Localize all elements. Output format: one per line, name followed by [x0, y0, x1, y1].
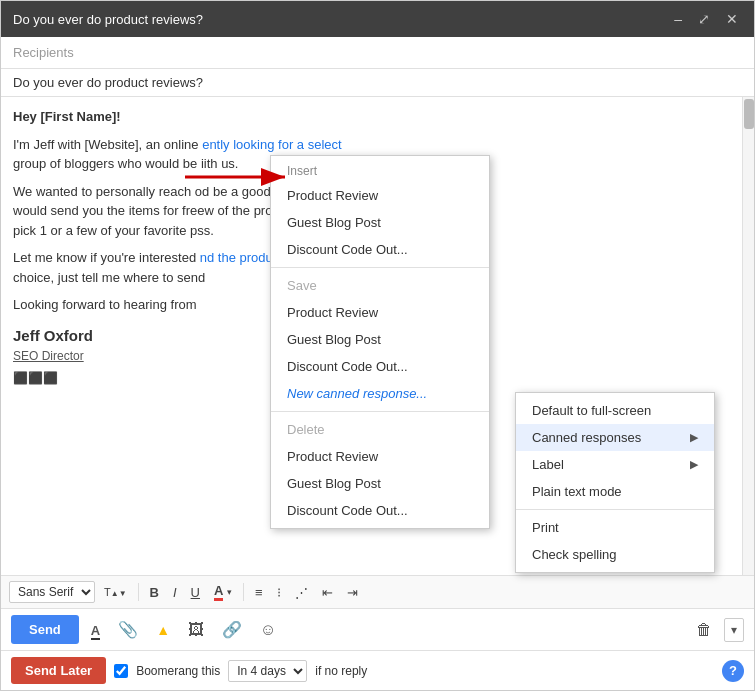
window-title: Do you ever do product reviews?: [13, 12, 203, 27]
greeting-text: Hey [First Name]!: [13, 109, 121, 124]
p2e-text: pick 1 or a few of your favorite p: [13, 223, 197, 238]
canned-responses-label: Canned responses: [532, 430, 641, 445]
toolbar-divider-1: [138, 583, 139, 601]
link-icon: 🔗: [222, 621, 242, 638]
more-options-icon: ▾: [731, 623, 737, 637]
emoji-button[interactable]: ☺: [254, 617, 282, 643]
print-item[interactable]: Print: [516, 514, 714, 541]
boomerang-checkbox[interactable]: [114, 664, 128, 678]
delete-discount-code[interactable]: Discount Code Out...: [271, 497, 489, 524]
check-spelling-label: Check spelling: [532, 547, 617, 562]
font-family-select[interactable]: Sans Serif: [9, 581, 95, 603]
emoji-icon: ☺: [260, 621, 276, 638]
boomerang-label: Boomerang this: [136, 664, 220, 678]
p3-text: Let me know if you're interested: [13, 250, 200, 265]
formatting-toolbar: Sans Serif T▲▼ B I U A ▾ ≡ ⁝ ⋰ ⇤ ⇥: [1, 575, 754, 608]
photo-button[interactable]: 🖼: [182, 617, 210, 643]
bullets-button[interactable]: ⁝: [272, 582, 286, 603]
help-button[interactable]: ?: [722, 660, 744, 682]
p3c-text: choice, just tell me where to send: [13, 270, 205, 285]
bold-button[interactable]: B: [145, 582, 164, 603]
p4-text: Looking forward to hearing from: [13, 297, 197, 312]
send-later-bar: Send Later Boomerang this In 4 days if n…: [1, 650, 754, 690]
underline-button[interactable]: U: [186, 582, 205, 603]
label-item[interactable]: Label ▶: [516, 451, 714, 478]
p2-text: We wanted to personally reach o: [13, 184, 202, 199]
save-product-review[interactable]: Product Review: [271, 299, 489, 326]
canned-responses-item[interactable]: Canned responses ▶: [516, 424, 714, 451]
subject-text: Do you ever do product reviews?: [13, 75, 203, 90]
new-canned-response[interactable]: New canned response...: [271, 380, 489, 407]
divider-1: [271, 267, 489, 268]
font-size-button[interactable]: T▲▼: [99, 583, 132, 601]
divider-2: [271, 411, 489, 412]
close-button[interactable]: ✕: [722, 9, 742, 29]
align-button[interactable]: ≡: [250, 582, 268, 603]
text-color-button[interactable]: A ▾: [209, 580, 237, 604]
plain-text-mode-item[interactable]: Plain text mode: [516, 478, 714, 505]
insert-guest-blog-post[interactable]: Guest Blog Post: [271, 209, 489, 236]
print-label: Print: [532, 520, 559, 535]
drive-button[interactable]: ▲: [150, 617, 176, 643]
insert-section-label: Insert: [271, 160, 489, 182]
insert-product-review[interactable]: Product Review: [271, 182, 489, 209]
minimize-button[interactable]: –: [670, 9, 686, 29]
greeting-line: Hey [First Name]!: [13, 107, 742, 127]
scrollbar[interactable]: [742, 97, 754, 575]
delete-section-label: Delete: [271, 416, 489, 443]
delete-guest-blog-post[interactable]: Guest Blog Post: [271, 470, 489, 497]
p1d-text: ith us.: [204, 156, 239, 171]
p2c-text: would send you the items for free: [13, 203, 205, 218]
subject-field[interactable]: Do you ever do product reviews?: [1, 69, 754, 97]
p1-link[interactable]: ently looking for a select: [202, 137, 341, 152]
default-fullscreen-label: Default to full-screen: [532, 403, 651, 418]
canned-responses-arrow: ▶: [690, 431, 698, 444]
toolbar-divider-2: [243, 583, 244, 601]
recipients-field[interactable]: Recipients: [1, 37, 754, 69]
delete-product-review[interactable]: Product Review: [271, 443, 489, 470]
plain-text-mode-label: Plain text mode: [532, 484, 622, 499]
recipients-label: Recipients: [13, 45, 74, 60]
if-no-reply-label: if no reply: [315, 664, 367, 678]
label-item-label: Label: [532, 457, 564, 472]
save-discount-code[interactable]: Discount Code Out...: [271, 353, 489, 380]
format-underline-button[interactable]: A: [85, 617, 106, 643]
trash-icon: 🗑: [696, 621, 712, 638]
drive-icon: ▲: [156, 622, 170, 638]
p1c-text: group of bloggers who would be i: [13, 156, 204, 171]
insert-discount-code[interactable]: Discount Code Out...: [271, 236, 489, 263]
send-button[interactable]: Send: [11, 615, 79, 644]
indent-less-button[interactable]: ⇤: [317, 582, 338, 603]
label-arrow: ▶: [690, 458, 698, 471]
send-later-button[interactable]: Send Later: [11, 657, 106, 684]
check-spelling-item[interactable]: Check spelling: [516, 541, 714, 568]
title-bar-controls: – ⤢ ✕: [670, 9, 742, 29]
p1-text: I'm Jeff with [Website], an online: [13, 137, 202, 152]
attach-icon: 📎: [118, 621, 138, 638]
p2f-text: ss.: [197, 223, 214, 238]
default-fullscreen-item[interactable]: Default to full-screen: [516, 397, 714, 424]
numbered-list-button[interactable]: ⋰: [290, 582, 313, 603]
save-guest-blog-post[interactable]: Guest Blog Post: [271, 326, 489, 353]
trash-button[interactable]: 🗑: [690, 617, 718, 643]
maximize-button[interactable]: ⤢: [694, 9, 714, 29]
canned-responses-menu: Insert Product Review Guest Blog Post Di…: [270, 155, 490, 529]
photo-icon: 🖼: [188, 621, 204, 638]
title-bar: Do you ever do product reviews? – ⤢ ✕: [1, 1, 754, 37]
boomerang-days-select[interactable]: In 4 days: [228, 660, 307, 682]
text-color-icon: A: [214, 583, 223, 601]
indent-more-button[interactable]: ⇥: [342, 582, 363, 603]
format-underline-icon: A: [91, 623, 100, 640]
right-menu-divider: [516, 509, 714, 510]
italic-button[interactable]: I: [168, 582, 182, 603]
link-button[interactable]: 🔗: [216, 616, 248, 643]
save-section-label: Save: [271, 272, 489, 299]
action-toolbar: Send A 📎 ▲ 🖼 🔗 ☺ 🗑 ▾: [1, 608, 754, 650]
scroll-thumb: [744, 99, 754, 129]
more-options-button[interactable]: ▾: [724, 618, 744, 642]
attach-button[interactable]: 📎: [112, 616, 144, 643]
more-options-menu: Default to full-screen Canned responses …: [515, 392, 715, 573]
